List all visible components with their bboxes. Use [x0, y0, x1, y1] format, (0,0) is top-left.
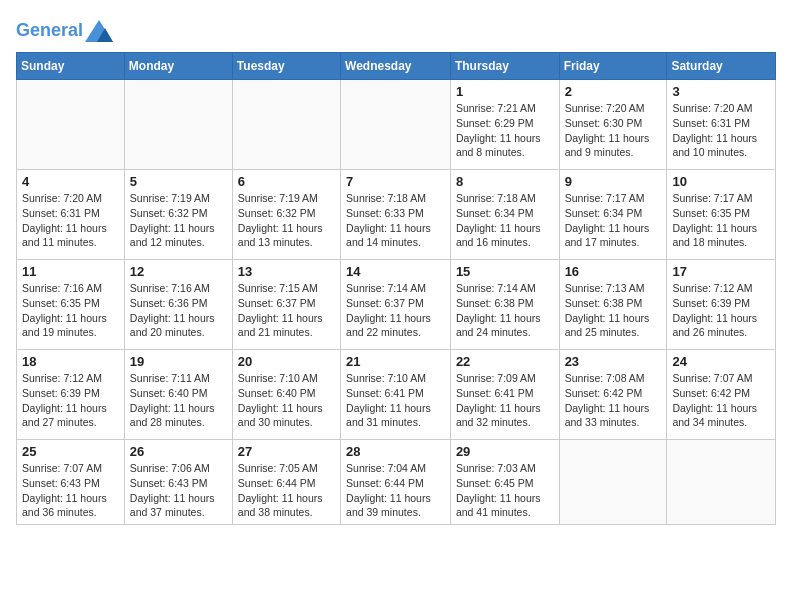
calendar-day-cell: 12Sunrise: 7:16 AM Sunset: 6:36 PM Dayli… [124, 260, 232, 350]
logo-text: General [16, 20, 113, 42]
calendar-day-cell [559, 440, 667, 525]
day-number: 14 [346, 264, 445, 279]
day-number: 22 [456, 354, 554, 369]
calendar-day-cell [341, 80, 451, 170]
day-info: Sunrise: 7:16 AM Sunset: 6:36 PM Dayligh… [130, 281, 227, 340]
calendar-day-cell: 10Sunrise: 7:17 AM Sunset: 6:35 PM Dayli… [667, 170, 776, 260]
day-number: 21 [346, 354, 445, 369]
day-number: 9 [565, 174, 662, 189]
calendar-day-cell: 20Sunrise: 7:10 AM Sunset: 6:40 PM Dayli… [232, 350, 340, 440]
calendar-day-cell: 29Sunrise: 7:03 AM Sunset: 6:45 PM Dayli… [450, 440, 559, 525]
calendar-day-cell: 24Sunrise: 7:07 AM Sunset: 6:42 PM Dayli… [667, 350, 776, 440]
calendar-day-cell: 19Sunrise: 7:11 AM Sunset: 6:40 PM Dayli… [124, 350, 232, 440]
day-number: 5 [130, 174, 227, 189]
weekday-header-row: SundayMondayTuesdayWednesdayThursdayFrid… [17, 53, 776, 80]
day-number: 19 [130, 354, 227, 369]
weekday-header-cell: Thursday [450, 53, 559, 80]
day-info: Sunrise: 7:12 AM Sunset: 6:39 PM Dayligh… [22, 371, 119, 430]
calendar-day-cell: 21Sunrise: 7:10 AM Sunset: 6:41 PM Dayli… [341, 350, 451, 440]
day-info: Sunrise: 7:21 AM Sunset: 6:29 PM Dayligh… [456, 101, 554, 160]
calendar-day-cell: 14Sunrise: 7:14 AM Sunset: 6:37 PM Dayli… [341, 260, 451, 350]
calendar-day-cell: 25Sunrise: 7:07 AM Sunset: 6:43 PM Dayli… [17, 440, 125, 525]
day-info: Sunrise: 7:16 AM Sunset: 6:35 PM Dayligh… [22, 281, 119, 340]
day-number: 6 [238, 174, 335, 189]
day-info: Sunrise: 7:07 AM Sunset: 6:43 PM Dayligh… [22, 461, 119, 520]
day-info: Sunrise: 7:15 AM Sunset: 6:37 PM Dayligh… [238, 281, 335, 340]
calendar-day-cell: 2Sunrise: 7:20 AM Sunset: 6:30 PM Daylig… [559, 80, 667, 170]
day-number: 11 [22, 264, 119, 279]
day-number: 12 [130, 264, 227, 279]
calendar-day-cell: 26Sunrise: 7:06 AM Sunset: 6:43 PM Dayli… [124, 440, 232, 525]
day-info: Sunrise: 7:17 AM Sunset: 6:34 PM Dayligh… [565, 191, 662, 250]
calendar-day-cell: 22Sunrise: 7:09 AM Sunset: 6:41 PM Dayli… [450, 350, 559, 440]
calendar-day-cell: 8Sunrise: 7:18 AM Sunset: 6:34 PM Daylig… [450, 170, 559, 260]
day-info: Sunrise: 7:18 AM Sunset: 6:33 PM Dayligh… [346, 191, 445, 250]
calendar-day-cell: 28Sunrise: 7:04 AM Sunset: 6:44 PM Dayli… [341, 440, 451, 525]
day-info: Sunrise: 7:06 AM Sunset: 6:43 PM Dayligh… [130, 461, 227, 520]
day-info: Sunrise: 7:08 AM Sunset: 6:42 PM Dayligh… [565, 371, 662, 430]
day-number: 29 [456, 444, 554, 459]
day-number: 18 [22, 354, 119, 369]
calendar-week-row: 4Sunrise: 7:20 AM Sunset: 6:31 PM Daylig… [17, 170, 776, 260]
day-info: Sunrise: 7:09 AM Sunset: 6:41 PM Dayligh… [456, 371, 554, 430]
day-info: Sunrise: 7:11 AM Sunset: 6:40 PM Dayligh… [130, 371, 227, 430]
day-number: 10 [672, 174, 770, 189]
day-number: 28 [346, 444, 445, 459]
calendar-day-cell: 17Sunrise: 7:12 AM Sunset: 6:39 PM Dayli… [667, 260, 776, 350]
day-number: 25 [22, 444, 119, 459]
calendar-day-cell: 16Sunrise: 7:13 AM Sunset: 6:38 PM Dayli… [559, 260, 667, 350]
weekday-header-cell: Monday [124, 53, 232, 80]
day-number: 27 [238, 444, 335, 459]
day-number: 2 [565, 84, 662, 99]
calendar-day-cell: 4Sunrise: 7:20 AM Sunset: 6:31 PM Daylig… [17, 170, 125, 260]
day-info: Sunrise: 7:19 AM Sunset: 6:32 PM Dayligh… [130, 191, 227, 250]
day-info: Sunrise: 7:20 AM Sunset: 6:30 PM Dayligh… [565, 101, 662, 160]
calendar-day-cell [232, 80, 340, 170]
day-number: 8 [456, 174, 554, 189]
calendar-day-cell [124, 80, 232, 170]
day-info: Sunrise: 7:14 AM Sunset: 6:37 PM Dayligh… [346, 281, 445, 340]
calendar-day-cell: 15Sunrise: 7:14 AM Sunset: 6:38 PM Dayli… [450, 260, 559, 350]
calendar-day-cell: 5Sunrise: 7:19 AM Sunset: 6:32 PM Daylig… [124, 170, 232, 260]
calendar-day-cell: 27Sunrise: 7:05 AM Sunset: 6:44 PM Dayli… [232, 440, 340, 525]
day-info: Sunrise: 7:12 AM Sunset: 6:39 PM Dayligh… [672, 281, 770, 340]
calendar-day-cell: 23Sunrise: 7:08 AM Sunset: 6:42 PM Dayli… [559, 350, 667, 440]
day-number: 4 [22, 174, 119, 189]
calendar-week-row: 11Sunrise: 7:16 AM Sunset: 6:35 PM Dayli… [17, 260, 776, 350]
day-info: Sunrise: 7:18 AM Sunset: 6:34 PM Dayligh… [456, 191, 554, 250]
day-number: 23 [565, 354, 662, 369]
day-info: Sunrise: 7:10 AM Sunset: 6:40 PM Dayligh… [238, 371, 335, 430]
weekday-header-cell: Wednesday [341, 53, 451, 80]
calendar-table: SundayMondayTuesdayWednesdayThursdayFrid… [16, 52, 776, 525]
day-info: Sunrise: 7:10 AM Sunset: 6:41 PM Dayligh… [346, 371, 445, 430]
calendar-day-cell: 9Sunrise: 7:17 AM Sunset: 6:34 PM Daylig… [559, 170, 667, 260]
day-number: 24 [672, 354, 770, 369]
calendar-week-row: 1Sunrise: 7:21 AM Sunset: 6:29 PM Daylig… [17, 80, 776, 170]
day-info: Sunrise: 7:19 AM Sunset: 6:32 PM Dayligh… [238, 191, 335, 250]
calendar-day-cell [667, 440, 776, 525]
calendar-body: 1Sunrise: 7:21 AM Sunset: 6:29 PM Daylig… [17, 80, 776, 525]
calendar-day-cell: 13Sunrise: 7:15 AM Sunset: 6:37 PM Dayli… [232, 260, 340, 350]
logo: General [16, 20, 113, 42]
day-number: 20 [238, 354, 335, 369]
weekday-header-cell: Friday [559, 53, 667, 80]
day-info: Sunrise: 7:20 AM Sunset: 6:31 PM Dayligh… [672, 101, 770, 160]
calendar-week-row: 18Sunrise: 7:12 AM Sunset: 6:39 PM Dayli… [17, 350, 776, 440]
day-info: Sunrise: 7:03 AM Sunset: 6:45 PM Dayligh… [456, 461, 554, 520]
day-number: 15 [456, 264, 554, 279]
calendar-day-cell: 6Sunrise: 7:19 AM Sunset: 6:32 PM Daylig… [232, 170, 340, 260]
day-number: 3 [672, 84, 770, 99]
page-header: General [16, 16, 776, 42]
day-info: Sunrise: 7:20 AM Sunset: 6:31 PM Dayligh… [22, 191, 119, 250]
day-number: 26 [130, 444, 227, 459]
day-info: Sunrise: 7:17 AM Sunset: 6:35 PM Dayligh… [672, 191, 770, 250]
calendar-day-cell [17, 80, 125, 170]
day-info: Sunrise: 7:04 AM Sunset: 6:44 PM Dayligh… [346, 461, 445, 520]
weekday-header-cell: Tuesday [232, 53, 340, 80]
calendar-day-cell: 7Sunrise: 7:18 AM Sunset: 6:33 PM Daylig… [341, 170, 451, 260]
calendar-day-cell: 3Sunrise: 7:20 AM Sunset: 6:31 PM Daylig… [667, 80, 776, 170]
day-number: 16 [565, 264, 662, 279]
day-info: Sunrise: 7:14 AM Sunset: 6:38 PM Dayligh… [456, 281, 554, 340]
calendar-week-row: 25Sunrise: 7:07 AM Sunset: 6:43 PM Dayli… [17, 440, 776, 525]
weekday-header-cell: Saturday [667, 53, 776, 80]
